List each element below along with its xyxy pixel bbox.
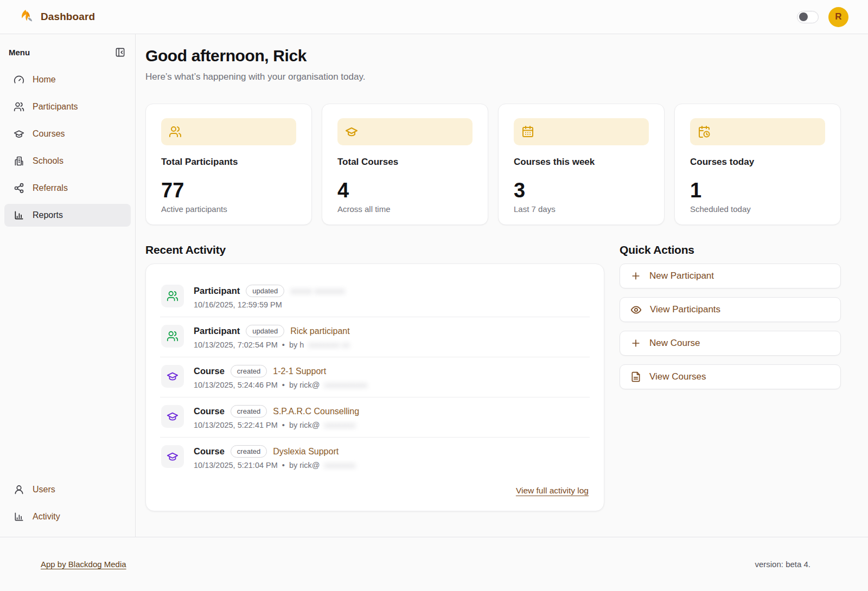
avatar[interactable]: R: [828, 7, 848, 27]
course-tile: [161, 445, 184, 468]
activity-by-redacted: xxxxxxxxxxx: [324, 381, 368, 389]
participant-tile: [161, 325, 184, 348]
activity-link[interactable]: S.P.A.R.C Counselling: [273, 407, 359, 416]
calendar-clock-icon: [698, 125, 711, 138]
plus-icon: [630, 271, 641, 281]
activity-item: Participant updated Rick participant 10/…: [160, 317, 590, 357]
stat-value: 1: [690, 180, 825, 201]
activity-by-redacted: xxxxxxxx: [324, 421, 356, 429]
sidebar-collapse-button[interactable]: [114, 46, 126, 59]
school-building-icon: [14, 156, 24, 166]
activity-link-redacted: xxxxx xxxxxxx: [290, 286, 344, 296]
file-text-icon: [630, 371, 641, 382]
activity-link[interactable]: 1-2-1 Support: [273, 367, 326, 376]
sidebar-item-participants[interactable]: Participants: [4, 95, 131, 118]
sidebar-nav-bottom: Users Activity: [0, 476, 135, 537]
recent-activity-section: Recent Activity Participant updated: [145, 243, 604, 511]
gauge-icon: [14, 74, 24, 85]
course-tile: [161, 365, 184, 388]
activity-timestamp: 10/13/2025, 7:02:54 PM: [194, 341, 278, 349]
sidebar-item-reports[interactable]: Reports: [4, 204, 131, 227]
stat-card-courses-this-week: Courses this week 3 Last 7 days: [498, 104, 665, 225]
activity-item: Participant updated xxxxx xxxxxxx 10/16/…: [160, 277, 590, 317]
share-icon: [14, 183, 24, 194]
sidebar-item-label: Activity: [33, 512, 60, 522]
activity-badge: created: [231, 445, 267, 458]
button-label: View Participants: [650, 304, 720, 315]
activity-item: Course created 1-2-1 Support 10/13/2025,…: [160, 357, 590, 397]
new-participant-button[interactable]: New Participant: [620, 264, 841, 288]
sidebar-item-label: Reports: [33, 210, 63, 220]
activity-timestamp: 10/13/2025, 5:21:04 PM: [194, 461, 278, 470]
activity-item: Course created Dyslexia Support 10/13/20…: [160, 437, 590, 477]
sidebar-item-courses[interactable]: Courses: [4, 123, 131, 145]
sidebar-item-label: Schools: [33, 156, 63, 166]
bar-chart-icon: [14, 511, 24, 522]
activity-by: by rick@: [289, 421, 320, 429]
activity-link[interactable]: Dyslexia Support: [273, 447, 339, 457]
brand: Dashboard: [18, 8, 95, 25]
plus-icon: [630, 338, 641, 349]
activity-by: by rick@: [289, 381, 320, 389]
button-label: New Course: [649, 338, 700, 349]
view-courses-button[interactable]: View Courses: [620, 364, 841, 389]
stat-banner: [690, 118, 825, 145]
activity-badge: updated: [246, 285, 284, 297]
activity-link[interactable]: Rick participant: [290, 326, 349, 336]
stat-title: Total Participants: [161, 157, 296, 168]
theme-toggle-knob: [799, 12, 808, 21]
view-participants-button[interactable]: View Participants: [620, 297, 841, 322]
sidebar-item-referrals[interactable]: Referrals: [4, 177, 131, 200]
sidebar-item-home[interactable]: Home: [4, 68, 131, 91]
stats-grid: Total Participants 77 Active participant…: [145, 104, 841, 225]
meta-dot: •: [282, 381, 285, 389]
activity-badge: created: [231, 405, 267, 417]
activity-badge: created: [231, 365, 267, 377]
graduation-cap-icon: [345, 125, 358, 138]
app-by-blackdog-media-link[interactable]: App by Blackdog Media: [41, 560, 126, 569]
quick-actions-section: Quick Actions New Participant View Parti…: [620, 243, 841, 511]
stat-subtitle: Active participants: [161, 204, 296, 214]
activity-by: by h: [289, 341, 304, 349]
theme-toggle[interactable]: [797, 11, 819, 23]
menu-label: Menu: [9, 48, 30, 57]
sidebar-item-activity[interactable]: Activity: [4, 505, 131, 528]
page-subtitle: Here’s what’s happening with your organi…: [145, 70, 841, 84]
stat-card-total-courses: Total Courses 4 Across all time: [322, 104, 488, 225]
stat-value: 4: [337, 180, 473, 201]
stat-banner: [337, 118, 473, 145]
stat-title: Courses this week: [514, 157, 649, 168]
users-icon: [167, 290, 178, 302]
participant-tile: [161, 285, 184, 307]
app-logo-phoenix-icon: [18, 8, 35, 25]
page-title: Good afternoon, Rick: [145, 46, 841, 66]
graduation-cap-icon: [167, 370, 178, 382]
users-icon: [167, 330, 178, 342]
panel-left-close-icon: [115, 47, 125, 57]
app-header: Dashboard R: [0, 0, 868, 34]
sidebar-item-label: Users: [33, 485, 55, 494]
activity-by-redacted: xxxxxxxx xx: [308, 341, 350, 349]
stat-card-total-participants: Total Participants 77 Active participant…: [145, 104, 312, 225]
graduation-cap-icon: [167, 410, 178, 422]
activity-entity: Course: [194, 446, 225, 457]
activity-badge: updated: [246, 325, 284, 337]
view-full-activity-log-link[interactable]: View full activity log: [516, 486, 589, 496]
activity-card: Participant updated xxxxx xxxxxxx 10/16/…: [145, 264, 604, 511]
sidebar-item-label: Courses: [33, 129, 65, 139]
graduation-cap-icon: [14, 129, 24, 139]
sidebar-item-label: Home: [33, 75, 56, 85]
meta-dot: •: [282, 421, 285, 429]
activity-timestamp: 10/16/2025, 12:59:59 PM: [194, 300, 282, 309]
activity-timestamp: 10/13/2025, 5:22:41 PM: [194, 421, 278, 429]
activity-timestamp: 10/13/2025, 5:24:46 PM: [194, 381, 278, 389]
new-course-button[interactable]: New Course: [620, 331, 841, 356]
sidebar-item-schools[interactable]: Schools: [4, 150, 131, 172]
sidebar: Menu Home Participants: [0, 34, 136, 537]
sidebar-nav: Home Participants Courses Schools: [0, 66, 135, 476]
app-footer: App by Blackdog Media version: beta 4.: [0, 537, 868, 591]
main-content: Good afternoon, Rick Here’s what’s happe…: [136, 34, 868, 537]
sidebar-item-users[interactable]: Users: [4, 478, 131, 501]
sidebar-item-label: Referrals: [33, 183, 68, 193]
activity-by: by rick@: [289, 461, 320, 470]
